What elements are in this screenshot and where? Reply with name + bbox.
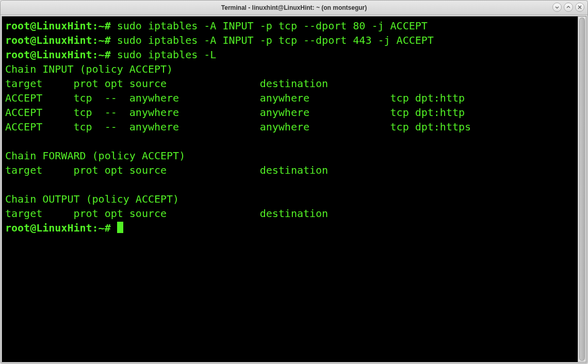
titlebar[interactable]: Terminal - linuxhint@LinuxHint: ~ (on mo…	[1, 1, 587, 15]
output-line: ACCEPT tcp -- anywhere anywhere tcp dpt:…	[5, 106, 465, 119]
command-text: sudo iptables -L	[117, 48, 217, 61]
shell-prompt: root@LinuxHint:~#	[5, 20, 117, 32]
terminal-content[interactable]: root@LinuxHint:~# sudo iptables -A INPUT…	[2, 16, 578, 362]
shell-prompt: root@LinuxHint:~#	[5, 222, 117, 234]
output-line: ACCEPT tcp -- anywhere anywhere tcp dpt:…	[5, 92, 465, 104]
output-line: target prot opt source destination	[5, 77, 384, 90]
terminal-body: root@LinuxHint:~# sudo iptables -A INPUT…	[2, 16, 586, 362]
close-icon	[578, 5, 582, 9]
output-line: ACCEPT tcp -- anywhere anywhere tcp dpt:…	[5, 121, 471, 133]
scrollbar[interactable]	[578, 16, 586, 362]
scrollbar-thumb[interactable]	[579, 18, 585, 361]
close-button[interactable]	[575, 3, 584, 12]
output-line: target prot opt source destination	[5, 207, 384, 220]
cursor	[117, 222, 123, 233]
minimize-icon	[555, 5, 559, 9]
output-line: Chain FORWARD (policy ACCEPT)	[5, 150, 185, 162]
command-text: sudo iptables -A INPUT -p tcp --dport 80…	[117, 20, 428, 32]
maximize-button[interactable]	[564, 3, 573, 12]
shell-prompt: root@LinuxHint:~#	[5, 48, 117, 61]
minimize-button[interactable]	[552, 3, 562, 12]
output-line: target prot opt source destination	[5, 164, 384, 176]
maximize-icon	[566, 5, 570, 9]
output-line: Chain OUTPUT (policy ACCEPT)	[5, 193, 179, 205]
terminal-window: Terminal - linuxhint@LinuxHint: ~ (on mo…	[0, 0, 588, 364]
window-controls	[552, 3, 584, 12]
command-text: sudo iptables -A INPUT -p tcp --dport 44…	[117, 34, 434, 46]
output-line: Chain INPUT (policy ACCEPT)	[5, 63, 173, 75]
window-title: Terminal - linuxhint@LinuxHint: ~ (on mo…	[221, 4, 367, 11]
shell-prompt: root@LinuxHint:~#	[5, 34, 117, 46]
